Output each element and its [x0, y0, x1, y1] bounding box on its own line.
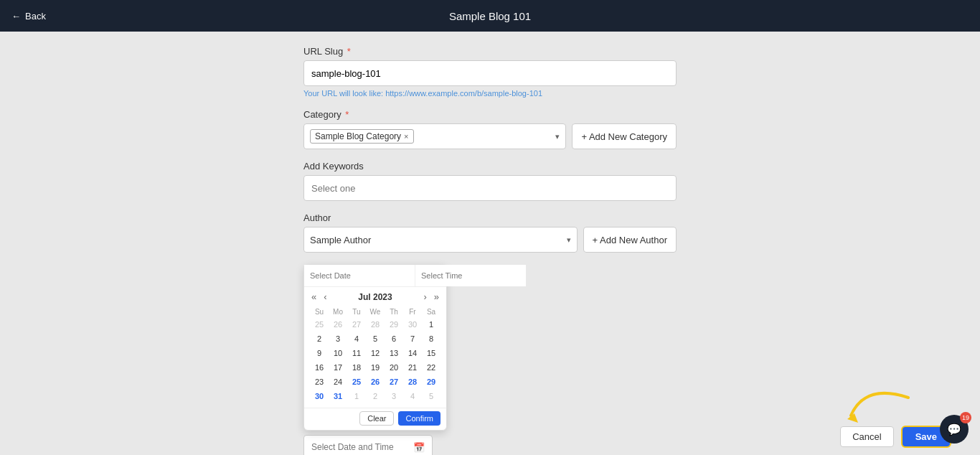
day-header-tu: Tu: [347, 306, 366, 317]
calendar-nav: « ‹ Jul 2023 › »: [304, 287, 446, 306]
keywords-group: Add Keywords: [303, 161, 677, 201]
calendar-date[interactable]: 1: [422, 317, 440, 332]
calendar-date[interactable]: 27: [385, 375, 403, 389]
url-hint: Your URL will look like: https://www.exa…: [303, 89, 677, 98]
category-dropdown-icon: ▾: [555, 132, 560, 141]
calendar-date[interactable]: 15: [422, 346, 440, 360]
chat-icon: 💬: [947, 423, 961, 436]
calendar-date[interactable]: 29: [422, 375, 440, 389]
datepicker-popup: « ‹ Jul 2023 › » Su Mo Tu We Th Fr Sa: [303, 264, 447, 431]
calendar-date[interactable]: 3: [329, 332, 347, 346]
category-row: Sample Blog Category × ▾ + Add New Categ…: [303, 123, 677, 149]
add-author-button[interactable]: + Add New Author: [583, 227, 677, 253]
calendar-date[interactable]: 27: [347, 317, 366, 332]
calendar-date[interactable]: 30: [403, 317, 422, 332]
calendar-date[interactable]: 8: [422, 332, 440, 346]
cancel-button[interactable]: Cancel: [840, 426, 893, 447]
calendar-date[interactable]: 22: [422, 360, 440, 375]
calendar-date[interactable]: 26: [329, 317, 347, 332]
keywords-input[interactable]: [303, 175, 677, 201]
calendar-dates: 2526272829301234567891011121314151617181…: [310, 317, 440, 403]
calendar-date[interactable]: 4: [347, 332, 366, 346]
calendar-date[interactable]: 9: [310, 346, 329, 360]
calendar-date[interactable]: 16: [310, 360, 329, 375]
calendar-date[interactable]: 6: [385, 332, 403, 346]
category-tag: Sample Blog Category ×: [310, 129, 414, 144]
calendar-date[interactable]: 11: [347, 346, 366, 360]
author-row: Sample Author ▾ + Add New Author: [303, 227, 677, 253]
next-month-button[interactable]: ›: [422, 291, 428, 302]
calendar-date[interactable]: 31: [329, 389, 347, 403]
datepicker-header-inputs: [304, 265, 446, 287]
calendar-date[interactable]: 25: [310, 317, 329, 332]
calendar-date[interactable]: 1: [347, 389, 366, 403]
calendar-date[interactable]: 19: [366, 360, 385, 375]
top-bar: ← Back Sample Blog 101: [0, 0, 980, 32]
calendar-date[interactable]: 5: [366, 332, 385, 346]
calendar-date[interactable]: 25: [347, 375, 366, 389]
bottom-actions: Cancel Save: [840, 418, 951, 455]
chat-widget[interactable]: 💬 19: [940, 415, 969, 444]
calendar-date[interactable]: 2: [366, 389, 385, 403]
page-title: Sample Blog 101: [449, 10, 531, 22]
back-arrow-icon: ←: [11, 11, 21, 22]
author-label: Author: [303, 212, 677, 223]
calendar-date[interactable]: 18: [347, 360, 366, 375]
category-group: Category * Sample Blog Category × ▾ + Ad…: [303, 109, 677, 149]
calendar-date[interactable]: 5: [422, 389, 440, 403]
calendar-date[interactable]: 28: [403, 375, 422, 389]
category-tag-close[interactable]: ×: [404, 132, 408, 141]
url-slug-group: URL Slug * Your URL will look like: http…: [303, 46, 677, 98]
prev-month-button[interactable]: ‹: [322, 291, 328, 302]
calendar-date[interactable]: 4: [403, 389, 422, 403]
day-header-su: Su: [310, 306, 329, 317]
calendar-date[interactable]: 12: [366, 346, 385, 360]
category-select[interactable]: Sample Blog Category × ▾: [303, 123, 566, 149]
next-next-month-button[interactable]: »: [433, 291, 440, 302]
calendar-icon: 📅: [413, 442, 425, 453]
day-header-sa: Sa: [422, 306, 440, 317]
back-label: Back: [25, 11, 46, 22]
calendar-date[interactable]: 23: [310, 375, 329, 389]
url-hint-link: https://www.example.com/b/sample-blog-10…: [385, 89, 542, 98]
chat-badge: 19: [960, 412, 971, 423]
back-button[interactable]: ← Back: [11, 11, 46, 22]
calendar-date[interactable]: 20: [385, 360, 403, 375]
calendar-date[interactable]: 24: [329, 375, 347, 389]
calendar-grid: Su Mo Tu We Th Fr Sa 2526272829301234567…: [304, 306, 446, 408]
calendar-date[interactable]: 28: [366, 317, 385, 332]
day-header-th: Th: [385, 306, 403, 317]
prev-prev-month-button[interactable]: «: [310, 291, 318, 302]
datepicker-time-input[interactable]: [415, 265, 526, 286]
calendar-date[interactable]: 17: [329, 360, 347, 375]
day-header-we: We: [366, 306, 385, 317]
main-content: URL Slug * Your URL will look like: http…: [0, 32, 980, 455]
calendar-date[interactable]: 30: [310, 389, 329, 403]
url-slug-input[interactable]: [303, 60, 677, 86]
datepicker-area: « ‹ Jul 2023 › » Su Mo Tu We Th Fr Sa: [303, 264, 677, 455]
calendar-date[interactable]: 13: [385, 346, 403, 360]
calendar-date[interactable]: 29: [385, 317, 403, 332]
url-slug-label: URL Slug *: [303, 46, 677, 57]
form-container: URL Slug * Your URL will look like: http…: [289, 46, 691, 455]
datetime-input-group: 📅 Valid date with atleast 15 minutes fro…: [303, 435, 677, 455]
category-label: Category *: [303, 109, 677, 120]
calendar-date[interactable]: 26: [366, 375, 385, 389]
confirm-button[interactable]: Confirm: [398, 411, 440, 426]
add-category-button[interactable]: + Add New Category: [572, 123, 677, 149]
calendar-date[interactable]: 21: [403, 360, 422, 375]
calendar-month-year: Jul 2023: [333, 292, 418, 302]
calendar-date[interactable]: 14: [403, 346, 422, 360]
author-dropdown-icon: ▾: [567, 235, 571, 245]
keywords-label: Add Keywords: [303, 161, 677, 172]
clear-button[interactable]: Clear: [359, 411, 394, 426]
day-header-fr: Fr: [403, 306, 422, 317]
calendar-date[interactable]: 10: [329, 346, 347, 360]
calendar-date[interactable]: 3: [385, 389, 403, 403]
datepicker-date-input[interactable]: [304, 265, 415, 286]
datetime-input[interactable]: [311, 442, 409, 452]
calendar-date[interactable]: 7: [403, 332, 422, 346]
datetime-input-wrapper[interactable]: 📅: [303, 435, 433, 455]
calendar-date[interactable]: 2: [310, 332, 329, 346]
author-select[interactable]: Sample Author ▾: [303, 227, 578, 253]
